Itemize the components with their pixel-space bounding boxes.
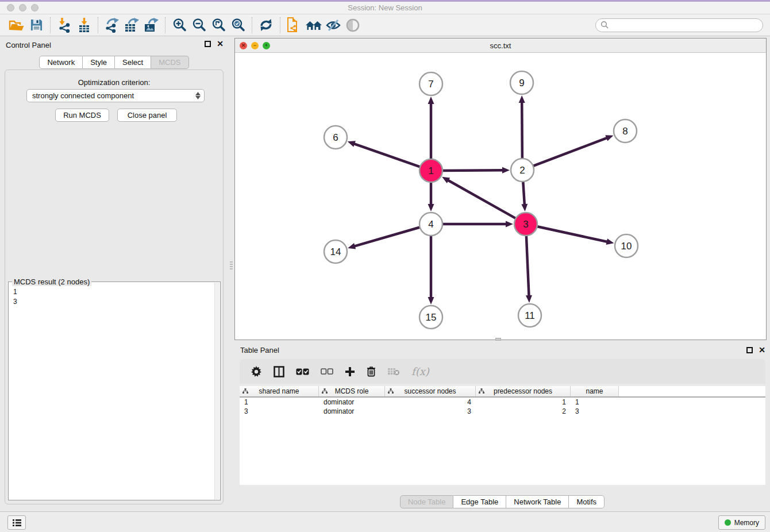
graph-edge-arrowhead [428,297,434,304]
vertical-splitter[interactable] [228,36,234,511]
table-cell[interactable]: dominator [319,398,385,407]
export-table-icon[interactable] [122,16,141,34]
import-network-icon[interactable] [55,16,74,34]
add-icon[interactable] [345,367,355,377]
table-cell[interactable]: 1 [240,398,319,407]
export-image-icon[interactable] [141,16,161,34]
open-session-icon[interactable] [7,16,26,34]
memory-label: Memory [734,519,759,527]
table-panel-header: Table Panel ✕ [234,342,770,357]
criterion-select[interactable]: strongly connected component [26,89,205,102]
horizontal-splitter-grip[interactable] [495,338,501,341]
save-session-icon[interactable] [26,16,46,34]
tab-style[interactable]: Style [83,56,115,69]
table-cell[interactable]: 4 [385,398,476,407]
graph-node-label: 6 [333,132,338,143]
graph-edge[interactable] [536,226,609,242]
clone-network-icon[interactable] [284,16,304,34]
search-input[interactable] [609,20,763,31]
graph-edge-arrowhead [428,97,434,104]
network-window-titlebar[interactable]: ✕ − + scc.txt [235,38,766,53]
graph-node-label: 1 [428,165,433,176]
columns-icon[interactable] [274,366,284,377]
column-header-name[interactable]: name [571,386,619,396]
graph-node-label: 2 [519,165,525,176]
zoom-in-icon[interactable] [170,16,189,34]
run-mcds-button[interactable]: Run MCDS [55,109,109,122]
network-canvas[interactable]: 7968124314101511 [235,53,766,340]
delete-table-icon[interactable] [387,367,400,376]
status-bar: Memory [0,511,770,532]
column-type-icon [242,387,248,395]
preview-icon[interactable] [343,16,363,34]
search-box[interactable] [595,18,763,32]
tab-select[interactable]: Select [115,56,151,69]
graph-edge-arrowhead [606,238,614,245]
hide-selected-icon[interactable] [324,16,343,34]
toolbar-separator [165,17,165,33]
task-history-button[interactable] [7,515,26,530]
graph-edge-arrowhead [605,135,613,141]
table-cell[interactable]: 2 [476,407,571,416]
list-icon [12,519,22,527]
table-cell[interactable]: 1 [476,398,571,407]
splitter-grip[interactable] [230,261,233,269]
delete-icon[interactable] [367,366,376,377]
mcds-result-text[interactable]: 1 3 [9,283,214,500]
tab-mcds[interactable]: MCDS [151,56,188,69]
table-cell[interactable]: 3 [385,407,476,416]
table-row[interactable]: 3dominator323 [240,407,765,416]
graph-edge[interactable] [526,234,529,297]
table-row[interactable]: 1dominator411 [240,398,765,407]
gear-icon[interactable] [251,366,262,377]
column-header-successor-nodes[interactable]: successor nodes [385,386,476,396]
export-network-icon[interactable] [102,16,122,34]
column-type-icon [479,387,484,395]
zoom-out-icon[interactable] [189,16,209,34]
float-table-panel-icon[interactable] [746,347,753,353]
graph-edge[interactable] [523,180,525,206]
select-all-icon[interactable] [296,368,309,375]
graph-edge[interactable] [522,101,522,160]
table-header-row: shared nameMCDS rolesuccessor nodesprede… [240,386,765,398]
graph-edge[interactable] [353,144,421,168]
search-icon [600,21,609,29]
graph-edge[interactable] [353,227,421,246]
table-panel: Table Panel ✕ f(x) shared nameMCDS r [234,342,770,511]
function-builder-icon[interactable]: f(x) [411,365,429,377]
float-panel-icon[interactable] [205,41,211,47]
graph-node-label: 8 [622,126,627,137]
window-titlebar: Session: New Session [0,2,770,14]
graph-edge-arrowhead [526,295,532,303]
tab-node-table[interactable]: Node Table [400,495,454,508]
tab-network[interactable]: Network [39,56,83,69]
graph-edge[interactable] [532,137,608,166]
close-table-panel-icon[interactable]: ✕ [759,347,765,353]
deselect-all-icon[interactable] [321,368,333,375]
toolbar-separator [98,17,98,33]
table-cell[interactable]: 1 [571,398,619,407]
table-cell[interactable]: 3 [240,407,319,416]
tab-edge-table[interactable]: Edge Table [453,495,506,508]
column-header-predecessor-nodes[interactable]: predecessor nodes [476,386,571,396]
node-table: shared nameMCDS rolesuccessor nodesprede… [240,386,765,485]
column-header-shared-name[interactable]: shared name [240,386,319,396]
table-toolbar: f(x) [240,359,765,384]
close-panel-button[interactable]: Close panel [117,109,177,122]
close-panel-icon[interactable]: ✕ [217,41,224,47]
zoom-fit-icon[interactable] [209,16,228,34]
tab-network-table[interactable]: Network Table [506,495,569,508]
import-table-icon[interactable] [74,16,94,34]
table-cell[interactable]: 3 [571,407,619,416]
zoom-selected-icon[interactable] [228,16,248,34]
graph-edge[interactable] [441,170,504,171]
home-icon[interactable] [304,16,324,34]
table-cell[interactable]: dominator [319,407,385,416]
memory-button[interactable]: Memory [718,515,765,530]
result-scrollbar[interactable] [214,283,220,499]
column-header-MCDS-role[interactable]: MCDS role [319,386,385,396]
control-panel-title: Control Panel [6,41,51,49]
graph-edge[interactable] [447,180,517,219]
tab-motifs[interactable]: Motifs [569,495,605,508]
refresh-icon[interactable] [256,16,276,34]
